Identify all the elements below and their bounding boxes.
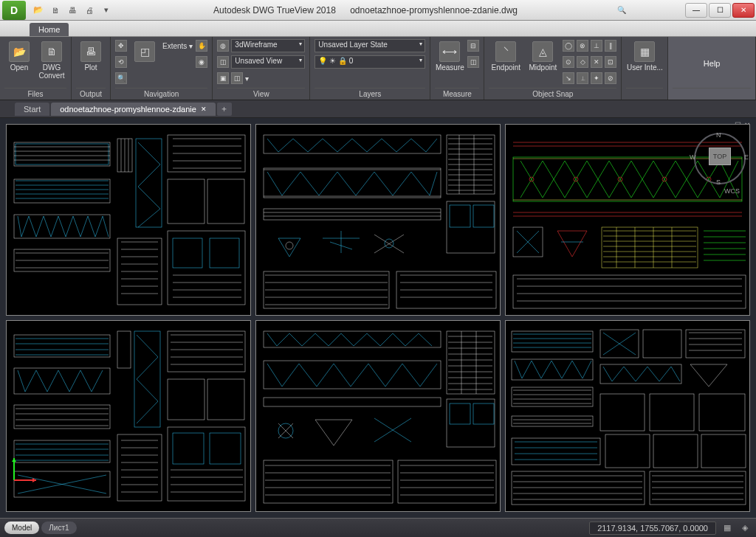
help-label[interactable]: Help (704, 59, 721, 68)
pan-button[interactable]: ✥ (115, 38, 127, 53)
snap2-icon[interactable]: ⊗ (577, 40, 588, 52)
nav-walk-button[interactable]: ◉ (196, 55, 207, 69)
measure-opt2[interactable]: ◫ (467, 55, 479, 69)
panel-osnap: ⸌Endpoint ◬Midpoint ◯⊗⊥∥ ⊙◇✕⊡ ↘⟂✦⊘ Objec… (484, 37, 622, 100)
panel-navigation: ✥ ⟲ 🔍 ◰ Extents ▾ ✋ ◉ Navigation (111, 37, 213, 100)
open-button[interactable]: 📂Open (4, 38, 34, 72)
sheet-1 (6, 124, 251, 316)
panel-navigation-title: Navigation (115, 88, 207, 100)
zoom-button[interactable]: 🔍 (115, 71, 127, 86)
qat-plot-icon[interactable]: 🖶 (65, 3, 80, 18)
endpoint-icon: ⸌ (495, 41, 516, 62)
extents-icon: ◰ (134, 41, 155, 62)
viewport2-icon[interactable]: ◫ (231, 72, 243, 84)
snap9-icon[interactable]: ↘ (563, 72, 574, 84)
plot-label: Plot (84, 63, 97, 72)
panel-files: 📂Open 🗎DWG Convert Files (0, 37, 72, 100)
maximize-button[interactable]: ☐ (709, 3, 731, 18)
doc-tab-start[interactable]: Start (15, 103, 49, 116)
saved-view-combo[interactable]: Unsaved View (231, 55, 305, 69)
snap5-icon[interactable]: ⊙ (563, 56, 574, 68)
svg-rect-74 (605, 434, 650, 468)
panel-measure: ⟷Measure ⊟ ◫ Measure (430, 37, 484, 100)
midpoint-label: Midpoint (529, 63, 557, 72)
doc-tab-file[interactable]: odnoetazhnoe-promyshlennoe-zdanie✕ (51, 103, 216, 116)
document-name: odnoetazhnoe-promyshlennoe-zdanie.dwg (350, 5, 518, 15)
app-title: Autodesk DWG TrueView 2018 (213, 5, 336, 15)
user-interface-button[interactable]: ▦User Inte... (626, 38, 663, 72)
sheet-2 (255, 124, 501, 316)
window-title: Autodesk DWG TrueView 2018 odnoetazhnoe-… (114, 5, 617, 15)
new-tab-button[interactable]: ＋ (217, 103, 232, 116)
view-cube[interactable]: TOP N S E W WCS (694, 133, 746, 184)
close-button[interactable]: ✕ (732, 3, 755, 18)
nav-hand-button[interactable]: ✋ (196, 38, 207, 53)
sheet-6 (505, 320, 750, 512)
qat-save-icon[interactable]: 🗎 (48, 3, 63, 18)
model-tab[interactable]: Model (4, 522, 39, 534)
area-icon: ◫ (467, 56, 479, 68)
svg-rect-50 (210, 433, 241, 464)
endpoint-button[interactable]: ⸌Endpoint (489, 38, 523, 72)
status-icon-2[interactable]: ◈ (738, 522, 752, 535)
ui-label: User Inte... (627, 63, 663, 72)
cube-face[interactable]: TOP (709, 148, 731, 165)
snap3-icon[interactable]: ⊥ (591, 40, 602, 52)
svg-rect-0 (14, 142, 110, 166)
svg-rect-46 (207, 379, 244, 420)
app-menu-button[interactable]: D (2, 1, 26, 20)
svg-rect-19 (264, 168, 441, 198)
zoom-icon: 🔍 (115, 72, 127, 84)
midpoint-icon: ◬ (532, 41, 553, 62)
snap11-icon[interactable]: ✦ (591, 72, 602, 84)
panel-ui-title (626, 88, 663, 100)
ribbon: 📂Open 🗎DWG Convert Files 🖶Plot Output ✥ … (0, 37, 756, 100)
status-icon-1[interactable]: ▦ (721, 522, 734, 535)
minimize-button[interactable]: — (685, 3, 707, 18)
extents-button[interactable]: ◰ (130, 38, 159, 63)
close-icon[interactable]: ✕ (201, 105, 207, 113)
snap1-icon[interactable]: ◯ (563, 40, 574, 52)
measure-opt1[interactable]: ⊟ (467, 38, 479, 53)
snap7-icon[interactable]: ✕ (591, 56, 602, 68)
snap12-icon[interactable]: ⊘ (605, 72, 616, 84)
svg-rect-59 (473, 403, 494, 424)
svg-point-22 (385, 239, 394, 248)
ribbon-tab-home[interactable]: Home (30, 23, 69, 36)
svg-rect-71 (650, 394, 694, 431)
orbit-button[interactable]: ⟲ (115, 55, 127, 69)
svg-rect-10 (136, 139, 162, 227)
viewport-icon[interactable]: ▣ (217, 72, 229, 84)
snap4-icon[interactable]: ∥ (605, 40, 616, 52)
layer-current-combo[interactable]: 💡 ☀ 🔒 0 (315, 55, 425, 69)
hand-icon: ✋ (196, 40, 207, 52)
svg-rect-25 (450, 205, 470, 227)
view-icon: ◫ (217, 56, 229, 68)
layer-state-combo[interactable]: Unsaved Layer State (315, 39, 425, 52)
drawing-canvas[interactable]: — ☐ ✕ (0, 118, 756, 518)
snap10-icon[interactable]: ⟂ (577, 72, 588, 84)
title-bar: D 📂 🗎 🖶 🖨 ▾ Autodesk DWG TrueView 2018 o… (0, 0, 756, 21)
qat-dropdown-icon[interactable]: ▾ (99, 3, 114, 18)
snap6-icon[interactable]: ◇ (577, 56, 588, 68)
midpoint-button[interactable]: ◬Midpoint (526, 38, 560, 72)
printer-icon: 🖶 (80, 41, 101, 62)
svg-rect-76 (701, 434, 746, 468)
measure-button[interactable]: ⟷Measure (435, 38, 464, 72)
panel-measure-title: Measure (435, 88, 479, 100)
dwg-convert-button[interactable]: 🗎DWG Convert (37, 38, 66, 80)
qat-print-icon[interactable]: 🖨 (82, 3, 97, 18)
visual-style-combo[interactable]: 3dWireframe (231, 39, 305, 52)
svg-point-21 (286, 242, 293, 249)
plot-button[interactable]: 🖶Plot (76, 38, 106, 72)
svg-rect-37 (513, 275, 746, 308)
layout-tab[interactable]: Лист1 (41, 522, 76, 534)
svg-rect-49 (173, 433, 204, 464)
compass-n: N (716, 131, 721, 139)
qat-open-icon[interactable]: 📂 (31, 3, 46, 18)
svg-rect-56 (447, 331, 495, 394)
ribbon-tab-strip: Home (0, 21, 756, 37)
svg-rect-44 (168, 331, 245, 372)
endpoint-label: Endpoint (492, 63, 520, 72)
snap8-icon[interactable]: ⊡ (605, 56, 616, 68)
